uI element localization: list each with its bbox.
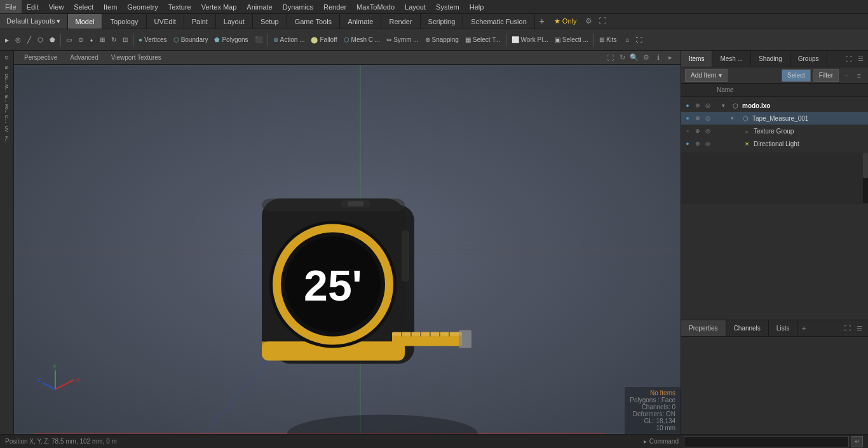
symm-btn[interactable]: ⇔ Symm ...: [384, 32, 421, 48]
items-expand-icon[interactable]: ⛶: [844, 54, 854, 64]
items-scrollbar[interactable]: [863, 153, 868, 203]
select-box-btn[interactable]: ▭: [64, 32, 74, 48]
transform-btn[interactable]: ⊞: [97, 32, 107, 48]
select-mode-edge[interactable]: ╱: [25, 32, 34, 48]
items-settings-icon[interactable]: ☰: [855, 54, 865, 64]
props-settings-icon[interactable]: ☰: [854, 323, 864, 334]
menu-layout[interactable]: Layout: [400, 0, 431, 13]
tab-render[interactable]: Render: [381, 14, 420, 29]
menu-file[interactable]: File: [0, 0, 22, 13]
items-minus-btn[interactable]: −: [841, 69, 851, 82]
tab-uvedit[interactable]: UVEdit: [147, 14, 184, 29]
tab-topology[interactable]: Topology: [102, 14, 146, 29]
scale-btn[interactable]: ⊡: [120, 32, 130, 48]
menu-render[interactable]: Render: [318, 0, 351, 13]
items-menu-btn[interactable]: ≡: [854, 69, 864, 82]
eye-icon2-light[interactable]: ⊕: [694, 140, 702, 147]
layout-dropdown[interactable]: Default Layouts ▾: [0, 14, 68, 29]
list-item-tape-measure[interactable]: ● ⊕ ◎ ▾ ⬡ Tape_Measure_001: [681, 112, 868, 125]
eye-icon2-modo[interactable]: ⊕: [694, 102, 702, 109]
selecti-btn[interactable]: ▣ Selecti ...: [552, 32, 591, 48]
sidebar-icon-poly[interactable]: Po...: [1, 104, 13, 113]
action-btn[interactable]: ⊛ Action ...: [271, 32, 308, 48]
sidebar-icon-d[interactable]: D: [1, 53, 13, 62]
viewport[interactable]: Perspective Advanced Viewport Textures ⛶…: [14, 51, 681, 434]
menu-texture[interactable]: Texture: [163, 0, 196, 13]
props-expand-icon[interactable]: ⛶: [843, 323, 853, 334]
sidebar-icon-m[interactable]: M...: [1, 84, 13, 93]
layout-add-button[interactable]: +: [535, 14, 549, 28]
menu-item[interactable]: Item: [98, 0, 122, 13]
eye-icon-tape[interactable]: ●: [684, 114, 691, 122]
boundary-btn[interactable]: ⬡ Boundary: [171, 32, 211, 48]
select-type-btn[interactable]: ⬧: [87, 32, 96, 48]
sidebar-icon-uv[interactable]: UV: [1, 125, 13, 133]
command-submit-btn[interactable]: ↵: [851, 436, 863, 447]
sidebar-icon-b[interactable]: B: [1, 64, 13, 72]
sidebar-icon-f[interactable]: F...: [1, 135, 13, 144]
select-t-btn[interactable]: ▦ Select T...: [463, 32, 503, 48]
mesh-display-btn[interactable]: ⬛: [252, 32, 265, 48]
tab-schematic-fusion[interactable]: Schematic Fusion: [463, 14, 534, 29]
viewport-collapse-icon[interactable]: ▸: [665, 53, 675, 63]
rotate-btn[interactable]: ↻: [109, 32, 119, 48]
menu-vertex-map[interactable]: Vertex Map: [196, 0, 242, 13]
tab-mesh[interactable]: Mesh ...: [712, 51, 751, 67]
star-only-label[interactable]: ★ Only: [549, 14, 582, 29]
eye-icon-texture[interactable]: ●: [684, 127, 691, 135]
tab-model[interactable]: Model: [68, 14, 103, 29]
snapping-btn[interactable]: ⊕ Snapping: [423, 32, 461, 48]
menu-edit[interactable]: Edit: [22, 0, 44, 13]
eye-icon3-texture[interactable]: ◎: [704, 127, 712, 135]
tab-channels[interactable]: Channels: [726, 320, 769, 336]
vp-tab-advanced[interactable]: Advanced: [65, 53, 103, 62]
list-item-dir-light[interactable]: ● ⊕ ◎ ☀ Directional Light: [681, 137, 868, 150]
eye-icon2-tape[interactable]: ⊕: [694, 114, 702, 122]
command-input[interactable]: [684, 436, 849, 447]
viewport-search-icon[interactable]: 🔍: [629, 53, 639, 63]
polygons-btn[interactable]: ⬟ Polygons: [212, 32, 250, 48]
add-item-button[interactable]: Add Item ▾: [685, 69, 728, 82]
viewport-fullscreen-btn[interactable]: ⛶: [634, 32, 645, 48]
mesh-c-btn[interactable]: ⬡ Mesh C ...: [341, 32, 383, 48]
falloff-btn[interactable]: ⬤ Falloff: [308, 32, 339, 48]
eye-icon2-texture[interactable]: ⊕: [694, 127, 702, 135]
menu-help[interactable]: Help: [465, 0, 489, 13]
sidebar-icon-e[interactable]: E...: [1, 94, 13, 103]
menu-geometry[interactable]: Geometry: [122, 0, 163, 13]
tab-setup[interactable]: Setup: [253, 14, 287, 29]
viewport-home-btn[interactable]: ⌂: [623, 32, 632, 48]
sidebar-icon-dup[interactable]: Du...: [1, 74, 13, 83]
eye-icon-modo[interactable]: ●: [684, 102, 691, 109]
props-add-btn[interactable]: +: [797, 324, 810, 333]
menu-select[interactable]: Select: [69, 0, 98, 13]
tab-layout[interactable]: Layout: [216, 14, 253, 29]
sidebar-icon-c[interactable]: C...: [1, 114, 13, 123]
select-mode-item[interactable]: ⬟: [47, 32, 58, 48]
viewport-info-icon[interactable]: ℹ: [653, 53, 663, 63]
tree-arrow-tape[interactable]: ▾: [731, 115, 738, 121]
viewport-settings-icon[interactable]: ⚙: [641, 53, 651, 63]
items-filter-btn[interactable]: Filter: [813, 69, 839, 82]
select-mode-arrow[interactable]: ▸: [3, 32, 11, 48]
list-item-texture-group[interactable]: ● ⊕ ◎ ⬦ Texture Group: [681, 125, 868, 137]
select-mode-polygon[interactable]: ⬡: [35, 32, 46, 48]
tab-lists[interactable]: Lists: [769, 320, 798, 336]
items-select-btn[interactable]: Select: [782, 69, 811, 82]
select-lasso-btn[interactable]: ⊙: [76, 32, 86, 48]
menu-maxtomodo[interactable]: MaxToModo: [351, 0, 400, 13]
menu-system[interactable]: System: [431, 0, 465, 13]
vp-tab-viewport-textures[interactable]: Viewport Textures: [106, 53, 166, 62]
menu-animate[interactable]: Animate: [241, 0, 277, 13]
eye-icon3-tape[interactable]: ◎: [704, 114, 712, 122]
tab-scripting[interactable]: Scripting: [421, 14, 464, 29]
viewport-refresh-icon[interactable]: ↻: [617, 53, 627, 63]
layout-settings-button[interactable]: ⚙: [581, 14, 595, 28]
eye-icon3-modo[interactable]: ◎: [704, 102, 712, 109]
menu-dynamics[interactable]: Dynamics: [278, 0, 318, 13]
vertices-btn[interactable]: ● Vertices: [136, 32, 170, 48]
work-pl-btn[interactable]: ⬜ Work Pl...: [509, 32, 551, 48]
layout-expand-button[interactable]: ⛶: [595, 14, 609, 28]
tab-items[interactable]: Items: [681, 51, 712, 67]
viewport-maximize-icon[interactable]: ⛶: [605, 53, 615, 63]
